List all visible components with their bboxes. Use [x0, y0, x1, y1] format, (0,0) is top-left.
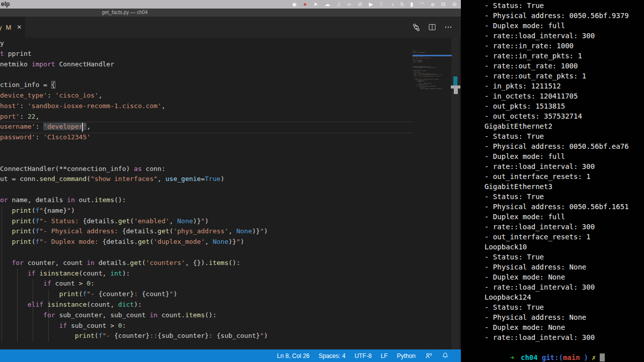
git-modified-badge: M	[6, 24, 12, 31]
git-compare-icon	[412, 23, 421, 32]
prompt-directory: ch04	[521, 353, 538, 361]
terminal-line: - Duplex mode: full	[485, 151, 629, 161]
prompt-git-branch: main	[563, 353, 580, 361]
terminal-line: - Status: True	[485, 252, 629, 262]
terminal-line: - rate::load_interval: 300	[485, 282, 629, 292]
code-line: username': 'developer',	[0, 122, 268, 132]
screenshot-badge-icon[interactable]: ●	[303, 0, 307, 9]
macos-menu-bar: elp ◉●➤☁♫∞⊘▶☾♪ƀ▮◠⌀⊟⊖	[0, 0, 461, 9]
tab-label-fragment: y	[0, 24, 2, 31]
indentation-setting[interactable]: Spaces: 4	[318, 352, 345, 359]
code-line: netmiko import ConnectHandler	[0, 59, 268, 70]
minimap[interactable]: yt pprintnetmiko import ConnectHandler c…	[413, 38, 452, 349]
terminal-line: - out_interface_resets: 1	[485, 171, 629, 182]
code-editor[interactable]: yt pprintnetmiko import ConnectHandler c…	[0, 38, 461, 349]
tab-get-facts[interactable]: y M ✕	[0, 17, 25, 38]
terminal-line: - Status: True	[485, 1, 629, 11]
do-not-disturb-icon[interactable]: ⊘	[358, 0, 362, 9]
code-line: for sub_counter, sub_count in count.item…	[0, 310, 268, 321]
siri-icon[interactable]: ⊖	[452, 0, 457, 9]
terminal-line: - Duplex mode: full	[485, 21, 629, 31]
terminal-line: Loopback124	[485, 292, 629, 302]
sidecar-glasses-icon[interactable]: ∞	[347, 0, 351, 9]
encoding-setting[interactable]: UTF-8	[355, 352, 372, 359]
code-line: print(f"- {counter}::{sub_counter}: {sub…	[0, 331, 268, 341]
terminal-line: - out_interface_resets: 1	[485, 232, 629, 242]
playback-icon[interactable]: ▶	[369, 0, 373, 9]
terminal-line: - Status: True	[485, 302, 629, 312]
menu-item-help-fragment[interactable]: elp	[1, 1, 10, 8]
split-editor-icon	[428, 23, 436, 31]
code-line: y	[0, 38, 268, 49]
terminal-line: - rate::in_rate: 1000	[485, 41, 629, 51]
terminal-line: - Status: True	[485, 131, 629, 141]
terminal-line: - Duplex mode: None	[485, 322, 629, 332]
terminal-prompt: ➜ch04git:(main)✗	[485, 342, 605, 362]
cloud-icon[interactable]: ☁	[325, 0, 330, 9]
spotlight-search-icon[interactable]: ⌀	[431, 0, 435, 9]
prompt-git-label: git:(	[542, 353, 563, 361]
code-line: for counter, count in details.get('count…	[0, 258, 268, 268]
record-indicator-icon[interactable]: ◉	[292, 0, 297, 9]
prompt-git-close: )	[584, 353, 588, 361]
sound-info-icon[interactable]: ♫	[337, 0, 341, 9]
code-line: print(f"- Duplex mode: {details.get('dup…	[0, 237, 268, 247]
code-line: print(f"- Physical address: {details.get…	[0, 226, 268, 237]
terminal-line: - rate::load_interval: 300	[485, 161, 629, 171]
eol-setting[interactable]: LF	[381, 352, 388, 359]
screen: elp ◉●➤☁♫∞⊘▶☾♪ƀ▮◠⌀⊟⊖ get_facts.py — ch04…	[0, 0, 644, 362]
code-line	[0, 153, 268, 164]
mouse-cursor-stem	[454, 88, 458, 94]
terminal-line: - rate::out_rate_pkts: 1	[485, 71, 629, 81]
terminal-line: GigabitEthernet2	[485, 121, 629, 131]
menu-bar-status-icons: ◉●➤☁♫∞⊘▶☾♪ƀ▮◠⌀⊟⊖	[292, 0, 457, 9]
notifications-bell-icon[interactable]	[442, 352, 449, 359]
language-mode[interactable]: Python	[397, 352, 416, 359]
terminal-line: - Duplex mode: None	[485, 272, 629, 282]
code-line: print(f"- {counter}: {count}")	[0, 289, 268, 300]
feedback-icon[interactable]	[425, 352, 433, 359]
volume-icon[interactable]: ♪	[391, 0, 394, 9]
terminal-line: - rate::load_interval: 300	[485, 31, 629, 41]
text-caret	[82, 123, 83, 132]
code-line	[0, 143, 268, 153]
terminal-line: - Physical address: None	[485, 312, 629, 322]
editor-actions	[412, 17, 453, 38]
terminal-line: - rate::load_interval: 300	[485, 332, 629, 342]
open-changes-button[interactable]	[412, 23, 421, 32]
code-line	[0, 185, 268, 195]
terminal-line: - Physical address: 0050.56bf.ea76	[485, 141, 629, 151]
wifi-icon[interactable]: ◠	[420, 0, 425, 9]
close-tab-icon[interactable]: ✕	[17, 24, 22, 31]
more-actions-button[interactable]	[444, 23, 453, 32]
battery-icon[interactable]: ▮	[410, 0, 413, 9]
ellipsis-icon	[444, 23, 452, 31]
code-line: or name, details in out.items():	[0, 195, 268, 206]
code-line: print(f"- {counter}::{sub_counter}: {sub…	[413, 88, 442, 90]
editor-tab-bar: y M ✕	[0, 17, 461, 38]
cursor-position[interactable]: Ln 8, Col 26	[277, 352, 310, 359]
code-line	[0, 247, 268, 258]
moon-focus-icon[interactable]: ☾	[380, 0, 385, 9]
vscode-title-bar[interactable]: get_facts.py — ch04	[0, 9, 461, 17]
terminal-line: - rate::in_rate_pkts: 1	[485, 51, 629, 61]
terminal-line: - rate::out_rate: 1000	[485, 61, 629, 71]
minimap-current-line	[413, 55, 452, 56]
bluetooth-icon[interactable]: ƀ	[400, 0, 404, 9]
code-line: port': 22,	[0, 112, 268, 122]
code-line: if count > 0:	[0, 279, 268, 289]
code-line: device_type': 'cisco_ios',	[0, 90, 268, 101]
terminal-line: - Status: True	[485, 192, 629, 202]
location-services-icon[interactable]: ➤	[313, 0, 318, 9]
control-center-icon[interactable]: ⊟	[441, 0, 446, 9]
code-content: yt pprintnetmiko import ConnectHandler c…	[0, 38, 268, 341]
prompt-arrow: ➜	[510, 353, 514, 361]
terminal-line: - in_octets: 120411705	[485, 91, 629, 101]
terminal[interactable]: - Status: True- Physical address: 0050.5…	[461, 0, 644, 362]
terminal-line: - out_octets: 357532714	[485, 111, 629, 121]
window-title: get_facts.py — ch04	[102, 10, 147, 15]
code-line	[0, 69, 268, 80]
split-editor-button[interactable]	[428, 23, 437, 32]
prompt-dirty-flag: ✗	[592, 353, 596, 361]
terminal-line: - in_pkts: 1211512	[485, 81, 629, 91]
